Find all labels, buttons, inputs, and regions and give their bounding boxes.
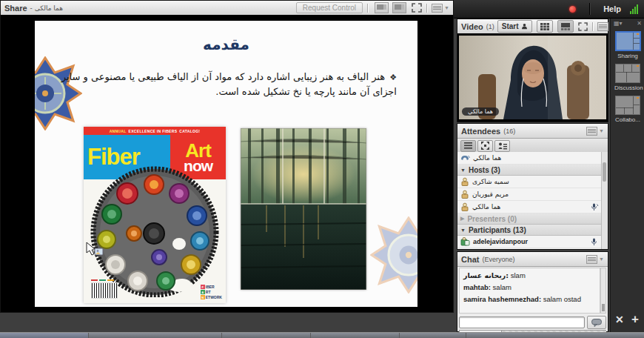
participant-role-icon — [460, 237, 470, 246]
bullet-marker: ❖ — [389, 73, 397, 82]
layout-thumb-collaboration[interactable] — [615, 96, 640, 115]
attendee-row-host[interactable]: سمیه شاکری — [457, 176, 608, 188]
mouse-cursor-icon — [85, 242, 104, 258]
video-fullscreen-icon[interactable] — [578, 22, 588, 31]
attendees-list: هما مالكي ▼ Hosts (3) سمیه شاکری مریم قی… — [457, 152, 608, 249]
video-name-badge: هما مالكي — [462, 107, 499, 116]
microphone-active-icon — [591, 238, 599, 246]
help-menu[interactable]: Help — [603, 4, 621, 13]
layout-label-discussion: Discussion — [614, 84, 641, 91]
presenters-section-header[interactable]: ▶ Presenters (0) — [457, 213, 608, 225]
attendee-row-participant[interactable]: elnaz ebrahimi — [457, 248, 608, 249]
video-pod-menu-icon[interactable] — [597, 22, 608, 31]
attendees-toolbar — [457, 139, 608, 153]
chat-pod: Chat (Everyone) ▼ ریحانه عسار: slam maht… — [457, 251, 608, 332]
attendee-row-participant[interactable]: adelejavidanpour — [457, 236, 608, 248]
active-speaker-row: هما مالكي — [457, 152, 608, 165]
share-pod-header: Share - هما مالکی Request Control ▼ — [1, 1, 453, 16]
chat-bubble-icon — [591, 319, 602, 327]
attendee-list-view-button[interactable] — [460, 140, 476, 152]
share-view-normal-button[interactable] — [375, 2, 389, 13]
magazine-banner: ANNUAL EXCELLENCE IN FIBERS CATALOG! — [84, 127, 226, 135]
attendee-row-host[interactable]: مریم قیوریان — [457, 188, 608, 201]
divider — [426, 4, 427, 13]
slide-title: مقدمه — [35, 36, 417, 53]
layout-sidebar: ▦▾ ✕ Sharing Discussion — [610, 19, 644, 332]
collapse-triangle-icon: ▶ — [460, 216, 464, 222]
attendee-status-view-button[interactable] — [494, 140, 510, 152]
collapse-triangle-icon: ▼ — [460, 228, 466, 233]
breakout-view-button[interactable] — [477, 140, 493, 152]
add-pod-icon[interactable]: + — [631, 312, 639, 327]
video-filmstrip-view-button[interactable] — [557, 20, 574, 33]
fullscreen-icon[interactable] — [412, 3, 422, 13]
chat-pod-menu-arrow[interactable]: ▼ — [599, 256, 604, 262]
chat-message: mahtab: salam — [463, 283, 596, 291]
layout-label-collaboration: Collabo... — [614, 116, 641, 123]
chat-input[interactable] — [459, 317, 585, 328]
chat-send-button[interactable] — [587, 316, 606, 329]
filmstrip-view-icon — [561, 23, 570, 30]
chat-scrollbar[interactable] — [600, 268, 606, 314]
chat-pod-header: Chat (Everyone) ▼ — [457, 252, 608, 267]
list-view-icon — [464, 142, 472, 149]
attendee-name: هما مالكي — [472, 203, 500, 211]
fiber-art-network-logo: FIBER ART NETWORK — [201, 285, 222, 299]
share-pod-title: Share — [4, 4, 27, 13]
chat-message: ریحانه عسار: slam — [463, 271, 596, 279]
divider — [592, 22, 593, 31]
attendee-name: مریم قیوریان — [472, 190, 509, 198]
close-pod-icon[interactable]: ✕ — [615, 314, 624, 325]
attendees-pod-header: Attendees (16) ▼ — [457, 124, 608, 139]
video-grid-view-button[interactable] — [537, 20, 553, 33]
connection-signal-icon[interactable] — [630, 4, 638, 14]
slide-bullet-text: ❖هنر الیاف به هنر زیبایی اشاره دارد که م… — [55, 70, 397, 99]
menubar-divider — [589, 3, 590, 15]
share-view-wide-button[interactable] — [392, 2, 406, 13]
attendee-name: سمیه شاکری — [472, 178, 509, 185]
phone-speaker-icon — [460, 154, 470, 162]
status-view-icon — [498, 142, 507, 150]
presentation-slide: مقدمه ❖هنر الیاف به هنر زیبایی اشاره دار… — [35, 21, 417, 307]
active-speaker-name: هما مالكي — [473, 154, 501, 162]
start-webcam-button[interactable]: Start — [497, 20, 532, 33]
barcode — [91, 282, 118, 299]
chat-message: samira hashemnezhad: salam ostad — [463, 295, 596, 303]
request-control-button[interactable]: Request Control — [296, 2, 363, 13]
share-stage: مقدمه ❖هنر الیاف به هنر زیبایی اشاره دار… — [1, 15, 453, 312]
share-pod-menu-icon[interactable] — [432, 4, 443, 13]
adobe-connect-window: Adobe Meeting Layouts Pods Audio ▼ — [0, 0, 644, 338]
hosts-section-header[interactable]: ▼ Hosts (3) — [457, 165, 608, 176]
divider — [367, 4, 368, 13]
magazine-footer-tags — [91, 279, 114, 281]
layout-label-sharing: Sharing — [614, 53, 641, 59]
video-pod-header: Video (1) Start — [457, 19, 608, 34]
grid-view-icon — [540, 23, 549, 30]
layout-bar-menu-icon[interactable]: ▦▾ — [614, 20, 623, 27]
video-pod: Video (1) Start — [457, 19, 608, 122]
attendees-scrollbar[interactable] — [601, 152, 608, 249]
layout-thumb-sharing[interactable] — [615, 31, 641, 51]
host-role-icon — [460, 177, 469, 186]
layout-bar-close-icon[interactable]: ✕ — [637, 20, 642, 27]
chat-pod-menu-icon[interactable] — [586, 255, 597, 264]
chat-messages: ریحانه عسار: slam mahtab: salam samira h… — [459, 268, 600, 314]
host-role-icon — [460, 202, 469, 211]
collapse-triangle-icon: ▼ — [460, 168, 466, 173]
attendee-row-host[interactable]: هما مالكي — [457, 201, 608, 213]
layout-thumb-discussion[interactable] — [615, 64, 640, 83]
textile-forest-artwork — [241, 128, 366, 290]
attendees-pod-menu-icon[interactable] — [586, 127, 597, 136]
participants-section-header[interactable]: ▼ Participants (13) — [457, 225, 608, 236]
magazine-title-art: Art — [185, 142, 211, 159]
windows-taskbar — [0, 332, 644, 338]
webcam-person-icon — [521, 23, 528, 30]
attendees-pod: Attendees (16) ▼ — [457, 123, 608, 250]
share-pod-menu-arrow[interactable]: ▼ — [444, 5, 449, 10]
attendees-pod-menu-arrow[interactable]: ▼ — [599, 128, 604, 133]
attendee-name: adelejavidanpour — [473, 238, 528, 245]
share-presenter-name: - هما مالکی — [30, 4, 63, 12]
slide-ornament-right — [370, 216, 417, 294]
video-count: (1) — [486, 23, 494, 30]
video-stage: هما مالكي — [457, 33, 608, 122]
